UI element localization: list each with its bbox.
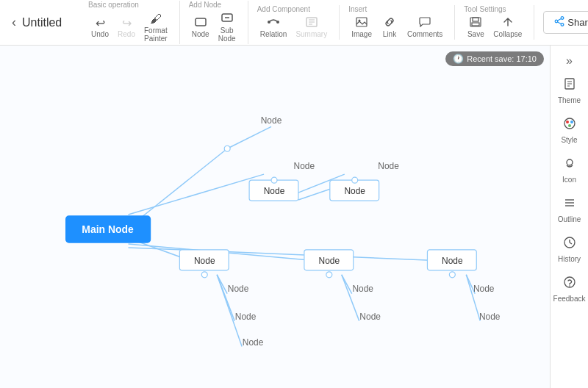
svg-line-22	[129, 174, 265, 215]
toolbar-group-insert: Insert Image Link Comments	[348, 5, 455, 40]
svg-line-17	[558, 18, 562, 21]
history-icon	[562, 235, 577, 254]
relation-icon	[268, 16, 279, 30]
toolbar-group-add-node: Add Node Node Sub Node	[189, 1, 248, 43]
main-area: 🕐 Recent save: 17:10	[0, 46, 588, 388]
toolbar-group-basic: Basic operation ↩ Undo ↪ Redo 🖌 Format P…	[88, 1, 180, 43]
share-icon	[554, 16, 564, 29]
save-icon	[470, 16, 481, 30]
header: ‹ Untitled Basic operation ↩ Undo ↪ Redo…	[0, 0, 588, 46]
svg-line-21	[227, 126, 271, 148]
sidebar-item-feedback[interactable]: Feedback	[551, 269, 588, 309]
right-sidebar: » Theme Style Icon Outline	[550, 46, 588, 388]
redo-icon: ↪	[122, 16, 132, 30]
svg-point-76	[569, 285, 570, 287]
feedback-icon	[562, 275, 577, 293]
svg-point-65	[566, 121, 569, 123]
image-icon	[356, 16, 368, 30]
icon-label: Icon	[562, 176, 576, 184]
relation-button[interactable]: Relation	[257, 15, 290, 40]
svg-point-14	[561, 17, 564, 20]
summary-button[interactable]: Summary	[293, 15, 330, 40]
format-painter-icon: 🖌	[150, 12, 162, 26]
format-painter-button[interactable]: 🖌 Format Painter	[141, 10, 171, 43]
canvas[interactable]: 🕐 Recent save: 17:10	[0, 46, 550, 388]
svg-line-18	[558, 22, 562, 24]
document-title: Untitled	[22, 16, 74, 29]
theme-label: Theme	[558, 96, 581, 104]
comments-button[interactable]: Comments	[404, 15, 445, 40]
undo-icon: ↩	[96, 16, 105, 30]
summary-label: Summary	[295, 30, 327, 38]
add-node-items: Node Sub Node	[189, 10, 239, 43]
sub-node-label: Sub Node	[218, 26, 236, 43]
svg-text:Node: Node	[235, 312, 257, 322]
share-button[interactable]: Share	[543, 11, 588, 34]
svg-text:Node: Node	[378, 161, 399, 171]
redo-label: Redo	[118, 30, 135, 38]
sidebar-item-outline[interactable]: Outline	[551, 190, 588, 229]
feedback-label: Feedback	[553, 295, 586, 303]
sidebar-item-icon[interactable]: Icon	[551, 150, 588, 190]
svg-line-74	[570, 242, 572, 244]
svg-rect-9	[356, 18, 367, 26]
style-label: Style	[561, 136, 577, 144]
svg-rect-0	[196, 18, 206, 26]
svg-point-3	[268, 21, 270, 24]
save-badge-text: Recent save: 17:10	[467, 54, 537, 63]
insert-items: Image Link Comments	[348, 15, 445, 40]
back-button[interactable]: ‹	[6, 12, 22, 33]
svg-point-51	[326, 272, 332, 278]
summary-icon	[306, 16, 318, 30]
sidebar-item-history[interactable]: History	[551, 229, 588, 269]
mindmap: Main Node Node Node Node Node Node Node	[0, 46, 550, 388]
save-button[interactable]: Save	[464, 15, 487, 40]
svg-text:Node: Node	[473, 284, 495, 294]
svg-text:Node: Node	[359, 312, 381, 322]
collapse-label: Collapse	[493, 30, 522, 38]
header-actions: Share Export	[543, 11, 588, 34]
history-label: History	[558, 255, 581, 263]
svg-line-32	[342, 275, 359, 321]
svg-point-15	[561, 24, 564, 26]
node-button[interactable]: Node	[189, 15, 212, 40]
image-button[interactable]: Image	[348, 15, 375, 40]
svg-point-48	[201, 272, 207, 278]
style-icon	[562, 116, 577, 134]
redo-button[interactable]: ↪ Redo	[115, 15, 138, 40]
svg-point-68	[567, 159, 573, 165]
svg-text:Node: Node	[319, 256, 340, 266]
comments-icon	[419, 16, 431, 30]
add-component-items: Relation Summary	[257, 15, 331, 40]
svg-point-67	[568, 124, 571, 127]
format-painter-label: Format Painter	[144, 26, 168, 43]
group-label-add-node: Add Node	[189, 1, 221, 9]
svg-text:Node: Node	[264, 186, 285, 196]
sidebar-collapse-button[interactable]: »	[551, 51, 588, 71]
save-clock-icon: 🕐	[453, 54, 464, 64]
svg-text:Node: Node	[294, 161, 315, 171]
icon-icon	[562, 156, 577, 174]
toolbar-group-add-component: Add Component Relation Summary	[257, 5, 340, 40]
undo-button[interactable]: ↩ Undo	[88, 15, 112, 40]
svg-point-66	[570, 121, 573, 123]
svg-point-44	[352, 177, 358, 183]
sidebar-item-style[interactable]: Style	[551, 110, 588, 150]
group-label-basic: Basic operation	[88, 1, 139, 9]
group-label-add-component: Add Component	[257, 5, 310, 13]
link-icon	[384, 16, 395, 30]
outline-icon	[562, 195, 577, 214]
theme-icon	[562, 76, 577, 95]
svg-text:Node: Node	[228, 284, 249, 294]
save-label: Save	[467, 30, 484, 38]
svg-text:Node: Node	[243, 337, 264, 348]
image-label: Image	[351, 30, 372, 38]
sub-node-button[interactable]: Sub Node	[215, 10, 239, 43]
svg-text:Node: Node	[352, 284, 373, 294]
svg-text:Node: Node	[442, 256, 463, 266]
link-button[interactable]: Link	[378, 15, 401, 40]
sidebar-item-theme[interactable]: Theme	[551, 71, 588, 110]
collapse-icon	[502, 16, 514, 30]
collapse-button[interactable]: Collapse	[490, 15, 525, 40]
tool-settings-items: Save Collapse	[464, 15, 525, 40]
